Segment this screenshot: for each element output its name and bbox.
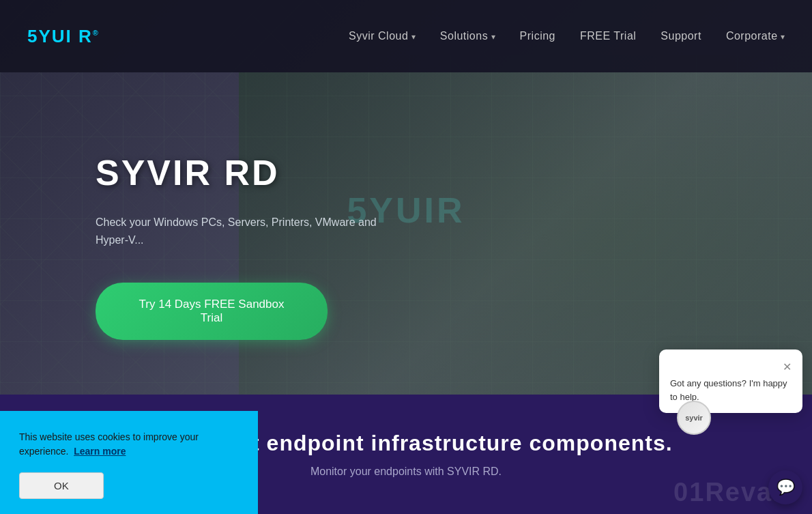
chat-avatar-label: syvir [685, 414, 703, 422]
chat-widget-header: ✕ [670, 362, 792, 373]
chat-message: Got any questions? I'm happy to help. [670, 377, 792, 403]
cookie-ok-button[interactable]: OK [19, 472, 104, 499]
nav-item-free-trial[interactable]: FREE Trial [580, 30, 636, 42]
nav-item-syvir-cloud[interactable]: Syvir Cloud [349, 30, 416, 42]
cookie-banner: This website uses cookies to improve you… [0, 411, 258, 514]
logo[interactable]: 5YUI R® [27, 26, 100, 47]
nav-link-pricing[interactable]: Pricing [520, 30, 555, 42]
cookie-text: This website uses cookies to improve you… [19, 430, 239, 459]
chat-avatar: syvir [677, 401, 711, 435]
nav-link-syvir-cloud[interactable]: Syvir Cloud [349, 30, 408, 42]
nav-links: Syvir Cloud Solutions Pricing FREE Trial… [349, 30, 785, 42]
logo-text: 5YUI R® [27, 26, 100, 46]
nav-item-support[interactable]: Support [661, 30, 701, 42]
nav-item-corporate[interactable]: Corporate [726, 30, 785, 42]
chat-fab-icon: 💬 [777, 479, 795, 496]
nav-link-solutions[interactable]: Solutions [440, 30, 488, 42]
nav-link-corporate[interactable]: Corporate [726, 30, 778, 42]
logo-registered: ® [93, 29, 100, 37]
nav-link-free-trial[interactable]: FREE Trial [580, 30, 636, 42]
nav-item-pricing[interactable]: Pricing [520, 30, 555, 42]
navbar: 5YUI R® Syvir Cloud Solutions Pricing FR… [0, 0, 812, 72]
chat-fab-button[interactable]: 💬 [768, 470, 802, 504]
hero-subtitle: Check your Windows PCs, Servers, Printer… [96, 214, 409, 248]
hero-title: SYVIR RD [96, 152, 771, 193]
nav-item-solutions[interactable]: Solutions [440, 30, 495, 42]
chat-close-icon[interactable]: ✕ [783, 362, 792, 373]
nav-link-support[interactable]: Support [661, 30, 701, 42]
cookie-learn-more-link[interactable]: Learn more [74, 446, 126, 457]
bottom-section-subtitle: Monitor your endpoints with SYVIR RD. [310, 466, 502, 478]
free-trial-cta-button[interactable]: Try 14 Days FREE Sandbox Trial [96, 283, 328, 340]
chat-widget: ✕ Got any questions? I'm happy to help. [659, 349, 802, 413]
